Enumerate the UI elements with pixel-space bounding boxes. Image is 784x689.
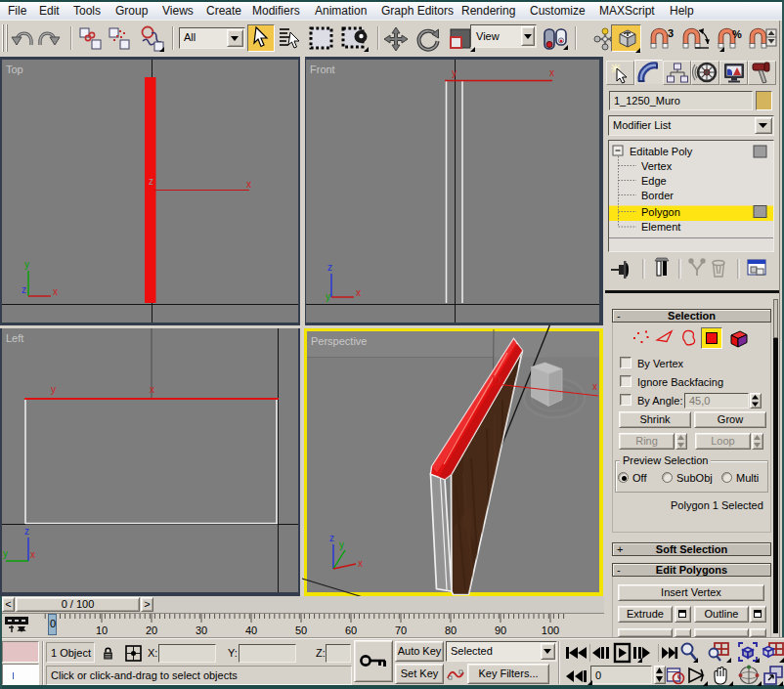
svg-text:x: x (53, 286, 58, 297)
svg-text:y: y (51, 384, 56, 395)
svg-text:y: y (339, 539, 344, 550)
svg-text:Edge: Edge (641, 175, 667, 187)
svg-text:z: z (149, 176, 153, 187)
svg-text:Polygon: Polygon (641, 206, 680, 218)
svg-text:z: z (327, 262, 332, 273)
svg-text:Top: Top (6, 64, 23, 75)
svg-text:x: x (358, 558, 363, 569)
svg-text:y: y (3, 548, 8, 559)
svg-text:Front: Front (310, 64, 335, 75)
svg-text:z: z (24, 526, 29, 537)
svg-text:x: x (150, 384, 154, 395)
svg-text:20: 20 (146, 624, 157, 636)
svg-text:50: 50 (295, 624, 307, 636)
svg-text:y: y (24, 259, 29, 270)
svg-text:y: y (326, 291, 330, 302)
svg-text:3: 3 (668, 27, 674, 39)
svg-text:x: x (30, 549, 35, 560)
svg-text:y: y (452, 67, 457, 78)
svg-text:x: x (549, 67, 554, 78)
svg-text:10: 10 (96, 624, 108, 636)
svg-text:90: 90 (495, 624, 506, 636)
svg-text:x: x (356, 287, 361, 298)
svg-text:80: 80 (445, 624, 457, 636)
svg-text:60: 60 (345, 624, 357, 636)
svg-text:x: x (592, 381, 597, 392)
svg-text:Perspective: Perspective (311, 335, 367, 347)
svg-text:Vertex: Vertex (641, 160, 673, 172)
svg-text:%: % (732, 28, 742, 40)
svg-text:30: 30 (196, 624, 207, 636)
svg-text:70: 70 (395, 624, 407, 636)
svg-text:Left: Left (6, 332, 23, 344)
svg-text:z: z (22, 284, 26, 295)
svg-text:Editable Poly: Editable Poly (630, 146, 693, 157)
svg-text:40: 40 (245, 624, 257, 636)
svg-text:y: y (498, 373, 502, 383)
svg-text:x: x (246, 179, 251, 190)
svg-text:100: 100 (542, 624, 559, 636)
svg-text:Border: Border (641, 190, 674, 201)
svg-text:Element: Element (641, 221, 680, 233)
svg-text:z: z (329, 533, 334, 543)
